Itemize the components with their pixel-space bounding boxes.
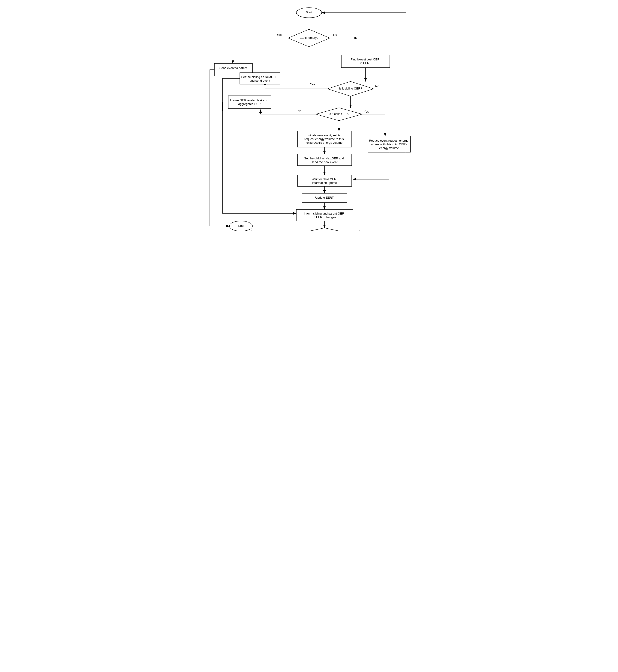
initiate-new-label: Initiate new event, set its request ener… — [304, 134, 344, 144]
yes-label-sibling: Yes — [310, 83, 315, 86]
arrow-eert-yes-send — [233, 38, 288, 64]
arrow-reduce-wait — [353, 152, 389, 179]
arrow-child-yes-reduce — [362, 114, 385, 136]
arrow-rail-inform — [222, 111, 296, 213]
start-label: Start — [306, 11, 312, 14]
no-label-eert: No — [333, 33, 337, 36]
send-event-parent-label: Send event to parent — [219, 66, 247, 70]
yes-label-eert: Yes — [277, 33, 282, 36]
no-label-child-left: No — [297, 109, 301, 113]
line-invoke-to-rail — [222, 102, 228, 111]
end-label: End — [238, 224, 243, 227]
eert-empty-label: EERT empty? — [300, 36, 318, 39]
update-eert-label: Update EERT — [315, 196, 334, 199]
wait-child-label: Wait for child OER information update — [312, 178, 337, 185]
no-label-sibling: No — [375, 85, 379, 88]
flowchart-container: Start EERT empty? Yes No Send event to p… — [205, 5, 413, 231]
arrow-child-no-invoke — [261, 110, 316, 114]
is-sibling-label: Is it sibling OER? — [339, 87, 362, 90]
original-event-diamond — [292, 228, 357, 231]
is-child-label: Is it child OER? — [329, 112, 349, 116]
arrow-send-to-end — [210, 70, 229, 226]
yes-label-child: Yes — [364, 110, 369, 113]
no-label-original: No — [359, 230, 363, 231]
